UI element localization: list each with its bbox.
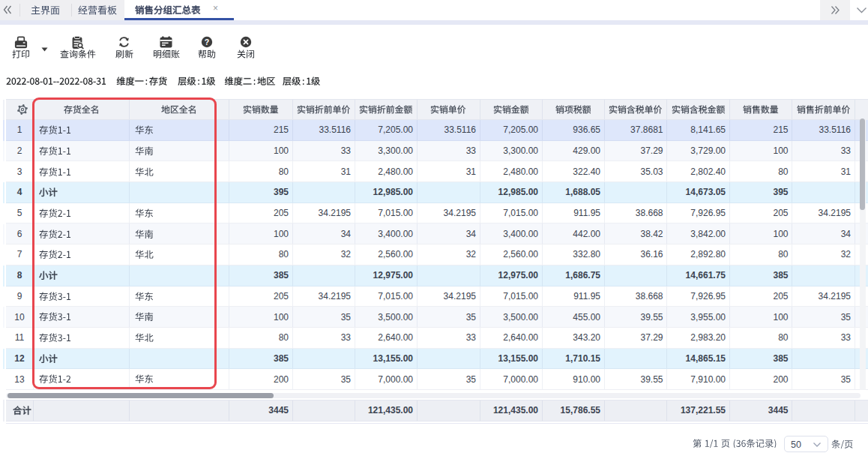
svg-text:?: ? (205, 38, 209, 46)
